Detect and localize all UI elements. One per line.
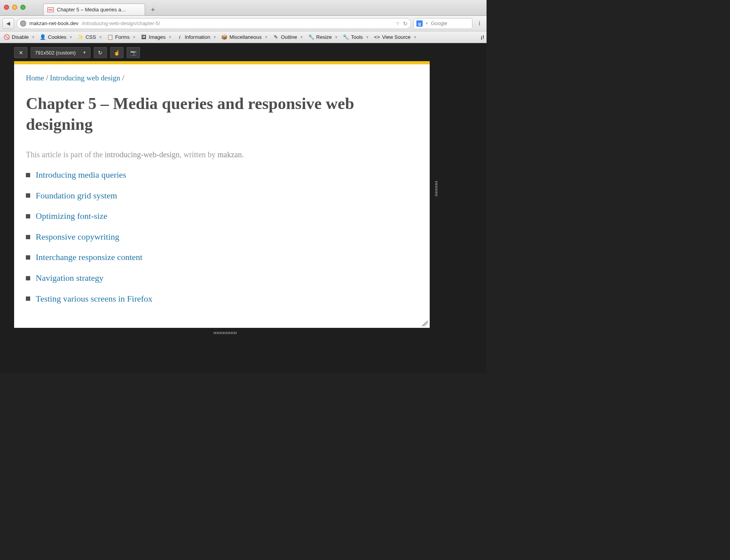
search-placeholder: Google: [431, 20, 447, 26]
chevron-down-icon: ▼: [31, 35, 35, 39]
zoom-window-button[interactable]: [20, 5, 25, 10]
viewport-frame: Home / Introducing web design / Chapter …: [14, 61, 430, 328]
wd-label: Miscellaneous: [229, 34, 261, 40]
breadcrumb-separator: /: [122, 74, 124, 82]
chevron-down-icon: ▼: [413, 35, 417, 39]
rdm-size-select[interactable]: 791x502 (custom) ▼: [31, 47, 91, 58]
url-host: makzan-net-book.dev: [29, 20, 78, 26]
plus-icon: +: [151, 6, 155, 14]
camera-icon: 📷: [130, 50, 136, 56]
dropdown-icon[interactable]: ▽: [396, 22, 399, 25]
image-icon: 🖼: [141, 34, 147, 40]
table-of-contents: Introducing media queries Foundation gri…: [26, 169, 418, 304]
toc-link[interactable]: Navigation strategy: [36, 273, 104, 284]
code-icon: <>: [374, 34, 380, 40]
cube-icon: 📦: [221, 34, 227, 40]
chevron-down-icon: ▼: [366, 35, 369, 39]
favicon-icon: mz: [47, 7, 54, 12]
wd-label: Tools: [351, 34, 363, 40]
wd-label: Outline: [281, 34, 297, 40]
browser-tab[interactable]: mz Chapter 5 – Media queries a…: [43, 4, 145, 15]
globe-icon: [20, 20, 26, 27]
webdeveloper-toolbar: 🚫 Disable ▼ 👤 Cookies ▼ ✨ CSS ▼ 📋 Forms …: [0, 31, 487, 43]
meta-text: This article is part of the: [26, 150, 105, 159]
rdm-touch-button[interactable]: ☝: [110, 47, 123, 58]
wand-icon: ✨: [77, 34, 84, 40]
meta-text: .: [242, 150, 244, 159]
chevron-down-icon: ▼: [69, 35, 73, 39]
wd-label: Forms: [115, 34, 130, 40]
resize-handle-vertical[interactable]: [214, 332, 237, 334]
pencil-icon: ✎: [272, 34, 279, 40]
toc-link[interactable]: Optimizing font-size: [36, 211, 107, 222]
search-box[interactable]: g ▼ Google: [414, 18, 472, 29]
meta-text: , written by: [180, 150, 218, 159]
toc-item: Interchange responsize content: [26, 252, 418, 263]
article-meta: This article is part of the introducing-…: [26, 150, 418, 159]
chevron-down-icon: ▼: [300, 35, 303, 39]
chevron-down-icon: ▼: [83, 51, 86, 55]
responsive-design-pane: ✕ 791x502 (custom) ▼ ↻ ☝ 📷 Home / Introd…: [0, 43, 487, 373]
toc-link[interactable]: Testing various screens in Firefox: [36, 293, 153, 305]
chevron-down-icon: ▼: [168, 35, 172, 39]
ban-icon: 🚫: [4, 34, 10, 40]
url-path: /introducing-web-design/chapter-5/: [82, 20, 160, 26]
breadcrumb-home[interactable]: Home: [26, 74, 44, 82]
wd-label: CSS: [85, 34, 96, 40]
rdm-toolbar: ✕ 791x502 (custom) ▼ ↻ ☝ 📷: [14, 47, 487, 58]
wd-misc[interactable]: 📦 Miscellaneous ▼: [220, 34, 269, 40]
wd-label: Disable: [12, 34, 29, 40]
arrow-left-icon: ◀: [6, 20, 10, 26]
traffic-lights: [4, 5, 25, 10]
navigation-bar: ◀ makzan-net-book.dev/introducing-web-de…: [0, 16, 487, 31]
page-title: Chapter 5 – Media queries and responsive…: [26, 93, 418, 135]
wd-cookies[interactable]: 👤 Cookies ▼: [38, 34, 74, 40]
toc-item: Foundation grid system: [26, 190, 418, 202]
new-tab-button[interactable]: +: [147, 5, 158, 14]
back-button[interactable]: ◀: [2, 18, 14, 29]
rdm-screenshot-button[interactable]: 📷: [127, 47, 140, 58]
wd-tools[interactable]: 🔧 Tools ▼: [341, 34, 370, 40]
toc-item: Testing various screens in Firefox: [26, 293, 418, 305]
meta-series: introducing-web-design: [105, 150, 180, 159]
wd-label: Cookies: [48, 34, 66, 40]
tabstrip: mz Chapter 5 – Media queries a… +: [43, 0, 158, 15]
minimize-window-button[interactable]: [12, 5, 17, 10]
wd-label: View Source: [382, 34, 411, 40]
wd-outline[interactable]: ✎ Outline ▼: [271, 34, 304, 40]
breadcrumb-separator: /: [46, 74, 50, 82]
wd-images[interactable]: 🖼 Images ▼: [140, 34, 173, 40]
toc-link[interactable]: Introducing media queries: [36, 169, 126, 181]
breadcrumb-section[interactable]: Introducing web design: [50, 74, 120, 82]
toc-link[interactable]: Foundation grid system: [36, 190, 117, 202]
toc-link[interactable]: Interchange responsize content: [36, 252, 142, 263]
rdm-close-button[interactable]: ✕: [14, 47, 27, 58]
toc-link[interactable]: Responsive copywriting: [36, 231, 119, 243]
info-icon: i: [176, 34, 183, 40]
wd-disable[interactable]: 🚫 Disable ▼: [2, 34, 36, 40]
clipboard-icon: 📋: [107, 34, 113, 40]
tab-title: Chapter 5 – Media queries a…: [57, 7, 126, 13]
chevron-down-icon: ▼: [334, 35, 338, 39]
breadcrumb: Home / Introducing web design /: [26, 74, 418, 82]
toc-item: Responsive copywriting: [26, 231, 418, 243]
wd-information[interactable]: i Information ▼: [175, 34, 218, 40]
reload-icon[interactable]: ↻: [403, 20, 408, 27]
url-bar[interactable]: makzan-net-book.dev/introducing-web-desi…: [16, 18, 411, 29]
wd-forms[interactable]: 📋 Forms ▼: [106, 34, 137, 40]
wd-resize[interactable]: 🔧 Resize ▼: [307, 34, 340, 40]
toc-item: Optimizing font-size: [26, 211, 418, 222]
wd-view-source[interactable]: <> View Source ▼: [373, 34, 418, 40]
rdm-rotate-button[interactable]: ↻: [94, 47, 107, 58]
toc-item: Navigation strategy: [26, 273, 418, 284]
close-window-button[interactable]: [4, 5, 9, 10]
rotate-icon: ↻: [98, 50, 102, 56]
toc-item: Introducing media queries: [26, 169, 418, 181]
wd-css[interactable]: ✨ CSS ▼: [76, 34, 104, 40]
downloads-icon[interactable]: i: [475, 20, 484, 27]
wd-overflow-icon[interactable]: ¡!: [481, 34, 484, 40]
chevron-down-icon: ▼: [425, 22, 429, 25]
page-content: Home / Introducing web design / Chapter …: [14, 61, 430, 328]
chevron-down-icon: ▼: [213, 35, 216, 39]
resize-handle-horizontal[interactable]: [435, 181, 438, 197]
